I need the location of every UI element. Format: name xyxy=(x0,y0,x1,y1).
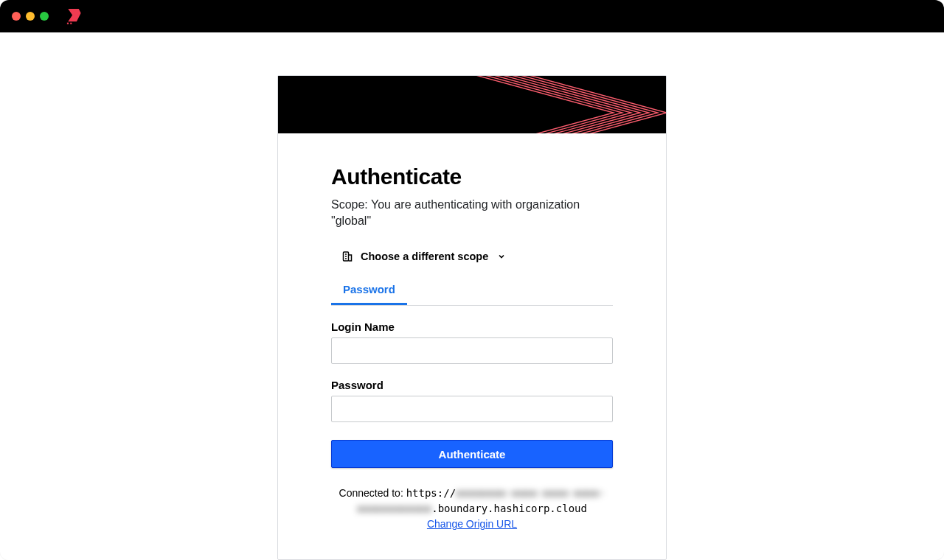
login-name-field: Login Name xyxy=(331,321,613,364)
connected-host-redacted-2: xxxxxxxxxxxx xyxy=(357,503,431,514)
login-name-label: Login Name xyxy=(331,321,613,333)
password-field: Password xyxy=(331,379,613,422)
login-name-input[interactable] xyxy=(331,337,613,364)
boundary-logo-icon xyxy=(65,7,84,26)
tab-password[interactable]: Password xyxy=(331,277,407,305)
titlebar xyxy=(0,0,944,32)
svg-rect-0 xyxy=(67,23,69,24)
auth-card: Authenticate Scope: You are authenticati… xyxy=(277,75,667,560)
password-input[interactable] xyxy=(331,396,613,422)
choose-scope-dropdown[interactable]: Choose a different scope xyxy=(331,245,516,268)
app-window: Authenticate Scope: You are authenticati… xyxy=(0,0,944,560)
window-controls xyxy=(12,12,49,21)
choose-scope-label: Choose a different scope xyxy=(361,251,488,262)
page-title: Authenticate xyxy=(331,164,613,189)
connected-host-suffix: .boundary.hashicorp.cloud xyxy=(431,503,587,514)
content-area: Authenticate Scope: You are authenticati… xyxy=(0,32,944,560)
card-body: Authenticate Scope: You are authenticati… xyxy=(278,133,666,560)
svg-rect-2 xyxy=(278,76,666,133)
connected-scheme: https:// xyxy=(406,487,456,499)
svg-rect-1 xyxy=(70,23,72,24)
close-window-button[interactable] xyxy=(12,12,21,21)
password-label: Password xyxy=(331,379,613,391)
authenticate-button[interactable]: Authenticate xyxy=(331,440,613,468)
chevron-down-icon xyxy=(497,252,506,261)
fullscreen-window-button[interactable] xyxy=(40,12,49,21)
card-banner xyxy=(278,76,666,133)
auth-method-tabs: Password xyxy=(331,277,613,306)
change-origin-link[interactable]: Change Origin URL xyxy=(427,518,517,530)
minimize-window-button[interactable] xyxy=(26,12,35,21)
connected-host-redacted-1: xxxxxxxx-xxxx-xxxx-xxxx- xyxy=(456,487,605,499)
connected-prefix: Connected to: xyxy=(339,487,406,499)
scope-description: Scope: You are authenticating with organ… xyxy=(331,197,613,228)
connected-to: Connected to: https://xxxxxxxx-xxxx-xxxx… xyxy=(331,486,613,532)
org-icon xyxy=(341,251,353,262)
